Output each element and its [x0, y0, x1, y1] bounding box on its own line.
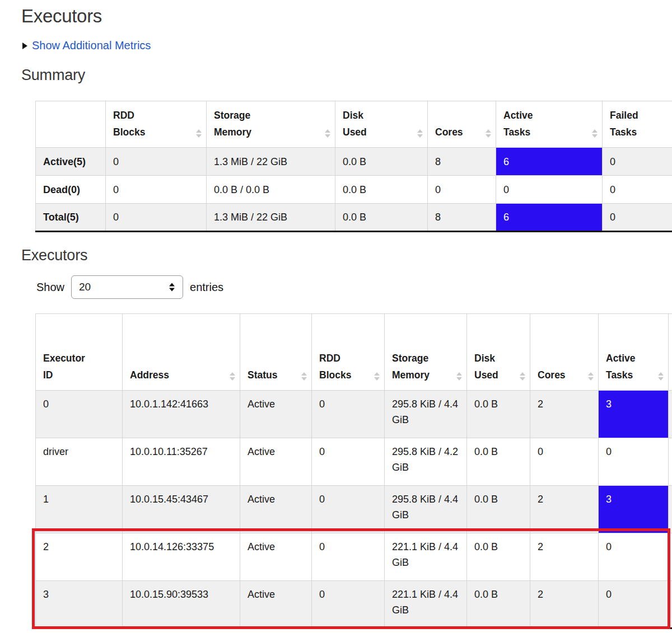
- cell-storage-memory: 1.3 MiB / 22 GiB: [207, 204, 335, 232]
- cell-status: Active: [240, 391, 312, 438]
- cell-rdd-blocks: 0: [106, 204, 207, 232]
- page-title: Executors: [21, 6, 672, 27]
- cell-disk-used: 0.0 B: [335, 204, 428, 232]
- executor-row: 0 10.0.1.142:41663 Active 0 295.8 KiB / …: [36, 391, 672, 438]
- cell-cores: 2: [530, 391, 599, 438]
- cell-rdd-blocks: 0: [312, 391, 385, 438]
- sort-icon: [456, 372, 462, 381]
- sort-icon: [325, 129, 330, 138]
- cell-active-tasks: 3: [599, 486, 669, 533]
- entries-select[interactable]: 20: [71, 275, 183, 299]
- cell-address: 10.0.10.11:35267: [123, 438, 240, 486]
- entries-select-value: 20: [72, 281, 91, 293]
- cell-storage-memory: 0.0 B / 0.0 B: [207, 176, 335, 204]
- col-executor-id: Executor ID: [36, 314, 123, 391]
- select-arrows-icon: [169, 283, 175, 292]
- cell-executor-id: driver: [36, 438, 123, 486]
- col-rdd-blocks[interactable]: RDD Blocks: [312, 314, 385, 391]
- entries-control: Show 20 entries: [36, 275, 672, 299]
- cell-executor-id: 0: [36, 391, 123, 438]
- summary-header-row: RDD Blocks Storage Memory Disk Used Core…: [36, 101, 672, 148]
- summary-col-blank: [36, 101, 106, 148]
- col-cores[interactable]: Cores: [530, 314, 599, 391]
- sort-icon: [486, 129, 491, 138]
- col-disk-used[interactable]: Disk Used: [467, 314, 530, 391]
- row-label: Total(5): [36, 204, 106, 232]
- cell-cores: 2: [530, 581, 599, 629]
- cell-clipped: [669, 533, 672, 581]
- cell-rdd-blocks: 0: [312, 533, 385, 581]
- cell-storage-memory: 221.1 KiB / 4.4 GiB: [385, 533, 467, 581]
- cell-address: 10.0.14.126:33375: [123, 533, 240, 581]
- show-label: Show: [36, 281, 64, 294]
- cell-cores: 2: [530, 533, 599, 581]
- col-clipped: [669, 314, 672, 391]
- summary-row-total: Total(5) 0 1.3 MiB / 22 GiB 0.0 B 8 6 0: [36, 204, 672, 232]
- executor-row: 1 10.0.15.45:43467 Active 0 295.8 KiB / …: [36, 486, 672, 533]
- sort-icon: [592, 129, 598, 138]
- cell-disk-used: 0.0 B: [335, 176, 428, 204]
- sort-icon: [520, 372, 525, 381]
- cell-disk-used: 0.0 B: [467, 438, 530, 486]
- entries-label: entries: [190, 281, 223, 294]
- triangle-right-icon: [22, 43, 27, 49]
- cell-active-tasks: 0: [599, 438, 669, 486]
- cell-storage-memory: 295.8 KiB / 4.4 GiB: [385, 486, 467, 533]
- cell-active-tasks: 3: [599, 391, 669, 438]
- cell-executor-id: 1: [36, 486, 123, 533]
- cell-executor-id: 2: [36, 533, 123, 581]
- sort-icon: [417, 129, 423, 138]
- summary-col-storage-memory[interactable]: Storage Memory: [207, 101, 335, 148]
- executor-row: 3 10.0.15.90:39533 Active 0 221.1 KiB / …: [36, 581, 672, 629]
- executors-table: Executor ID Address Status RDD Blocks St…: [35, 313, 672, 629]
- col-storage-memory[interactable]: Storage Memory: [385, 314, 467, 391]
- cell-address: 10.0.15.90:39533: [123, 581, 240, 629]
- sort-icon: [588, 372, 594, 381]
- col-active-tasks[interactable]: Active Tasks: [599, 314, 669, 391]
- cell-disk-used: 0.0 B: [467, 533, 530, 581]
- cell-rdd-blocks: 0: [106, 176, 207, 204]
- cell-status: Active: [240, 486, 312, 533]
- cell-storage-memory: 1.3 MiB / 22 GiB: [207, 148, 335, 176]
- col-address[interactable]: Address: [123, 314, 240, 391]
- cell-cores: 0: [530, 438, 599, 486]
- show-additional-metrics-link[interactable]: Show Additional Metrics: [22, 39, 151, 52]
- summary-col-failed-tasks: Failed Tasks: [603, 101, 672, 148]
- cell-clipped: [669, 391, 672, 438]
- summary-col-disk-used[interactable]: Disk Used: [335, 101, 428, 148]
- cell-active-tasks: 6: [496, 204, 603, 232]
- cell-rdd-blocks: 0: [106, 148, 207, 176]
- cell-storage-memory: 295.8 KiB / 4.4 GiB: [385, 391, 467, 438]
- cell-cores: 8: [428, 204, 496, 232]
- cell-failed-tasks: 0: [603, 176, 672, 204]
- cell-active-tasks: 0: [599, 533, 669, 581]
- row-label: Dead(0): [36, 176, 106, 204]
- cell-executor-id: 3: [36, 581, 123, 629]
- summary-row-active: Active(5) 0 1.3 MiB / 22 GiB 0.0 B 8 6 0: [36, 148, 672, 176]
- cell-cores: 8: [428, 148, 496, 176]
- sort-icon: [374, 372, 380, 381]
- cell-rdd-blocks: 0: [312, 438, 385, 486]
- summary-col-active-tasks[interactable]: Active Tasks: [496, 101, 603, 148]
- row-label: Active(5): [36, 148, 106, 176]
- cell-rdd-blocks: 0: [312, 581, 385, 629]
- sort-icon: [230, 372, 235, 381]
- cell-active-tasks: 0: [496, 176, 603, 204]
- cell-address: 10.0.1.142:41663: [123, 391, 240, 438]
- summary-col-cores[interactable]: Cores: [428, 101, 496, 148]
- summary-table: RDD Blocks Storage Memory Disk Used Core…: [35, 101, 672, 232]
- cell-status: Active: [240, 533, 312, 581]
- executors-heading: Executors: [21, 247, 672, 264]
- sort-icon: [658, 372, 664, 381]
- cell-storage-memory: 295.8 KiB / 4.2 GiB: [385, 438, 467, 486]
- cell-disk-used: 0.0 B: [335, 148, 428, 176]
- summary-col-rdd-blocks[interactable]: RDD Blocks: [106, 101, 207, 148]
- executors-header-row: Executor ID Address Status RDD Blocks St…: [36, 314, 672, 391]
- col-status[interactable]: Status: [240, 314, 312, 391]
- cell-disk-used: 0.0 B: [467, 581, 530, 629]
- cell-active-tasks: 6: [496, 148, 603, 176]
- cell-status: Active: [240, 581, 312, 629]
- cell-clipped: [669, 581, 672, 629]
- cell-address: 10.0.15.45:43467: [123, 486, 240, 533]
- sort-icon: [196, 129, 202, 138]
